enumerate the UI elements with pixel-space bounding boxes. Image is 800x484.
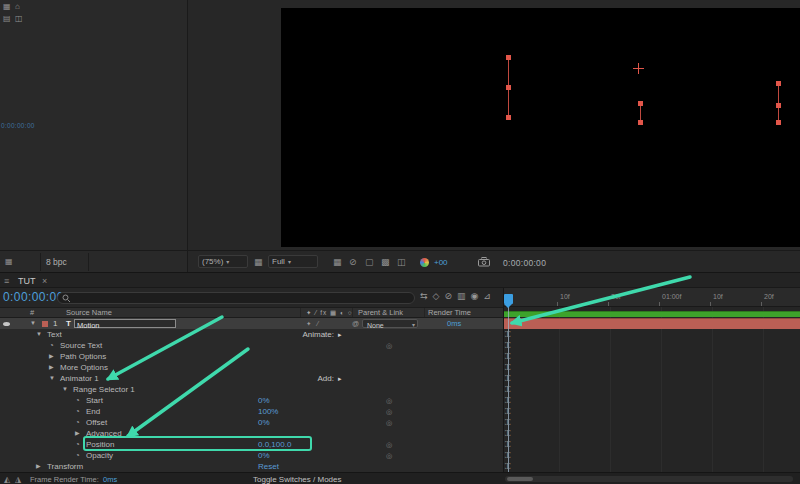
panel-list-icon[interactable]: ▤ [3, 14, 11, 24]
home-icon[interactable]: ⌂ [15, 2, 20, 12]
menu-label[interactable]: Add: [270, 373, 334, 384]
property-name[interactable]: Transform [47, 461, 83, 472]
panel-grid-icon[interactable]: ◫ [15, 14, 23, 24]
include-property-icon[interactable]: ◎ [386, 406, 392, 417]
include-property-icon[interactable]: ◎ [386, 417, 392, 428]
work-area-bar[interactable] [504, 311, 800, 317]
include-property-icon[interactable]: ◎ [386, 450, 392, 461]
region-of-interest-icon[interactable]: ▢ [365, 257, 374, 267]
footer-icon-2[interactable]: ◮ [15, 473, 21, 484]
panel-menu-icon[interactable]: ≡ [4, 276, 9, 286]
property-row-offset[interactable]: ◔Offset0%◎ [0, 417, 503, 428]
workspace-icon[interactable]: ▦ [3, 2, 11, 12]
camera-snapshot-icon[interactable] [478, 257, 490, 269]
resolution-dropdown[interactable]: Full ▾ [268, 255, 318, 268]
transparency-grid-icon[interactable]: ▩ [381, 257, 390, 267]
stopwatch-icon[interactable]: ◔ [75, 417, 80, 428]
frame-blending-icon[interactable]: ▥ [457, 290, 466, 303]
mini-flowchart-icon[interactable]: ⇆ [420, 290, 428, 303]
layer-label-color-chip[interactable] [42, 321, 48, 327]
layer-duration-bar[interactable] [504, 318, 800, 329]
scrollbar-thumb[interactable] [507, 477, 533, 481]
property-value[interactable]: Reset [258, 461, 279, 472]
draft-3d-icon[interactable]: ◇ [433, 290, 440, 303]
property-name[interactable]: Source Text [60, 340, 102, 351]
playhead-handle[interactable] [504, 294, 513, 304]
property-row-path-options[interactable]: ▶Path Options [0, 351, 503, 362]
property-row-animator-1[interactable]: ▼Animator 1Add:▸ [0, 373, 503, 384]
pixel-aspect-icon[interactable]: ◫ [397, 257, 406, 267]
column-index[interactable]: # [30, 308, 34, 317]
twirl-open-icon[interactable]: ▼ [49, 373, 55, 384]
include-property-icon[interactable]: ◎ [386, 439, 392, 450]
project-flowchart-icon[interactable]: ▦ [5, 257, 13, 267]
include-property-icon[interactable]: ◎ [386, 395, 392, 406]
pickwhip-icon[interactable]: @ [352, 318, 359, 329]
menu-arrow-icon[interactable]: ▸ [338, 329, 342, 340]
property-name[interactable]: Opacity [86, 450, 113, 461]
property-name[interactable]: Offset [86, 417, 107, 428]
magnification-dropdown[interactable]: (75%) ▾ [198, 255, 248, 268]
property-row-text[interactable]: ▼TextAnimate:▸ [0, 329, 503, 340]
property-row-opacity[interactable]: ◔Opacity0%◎ [0, 450, 503, 461]
bit-depth-label[interactable]: 8 bpc [46, 257, 67, 267]
twirl-open-icon[interactable]: ▼ [36, 329, 42, 340]
twirl-closed-icon[interactable]: ▶ [36, 461, 41, 472]
grid-guides-icon[interactable]: ▦ [254, 257, 263, 267]
property-row-start[interactable]: ◔Start0%◎ [0, 395, 503, 406]
stopwatch-icon[interactable]: ◔ [75, 406, 80, 417]
include-property-icon[interactable]: ◎ [386, 340, 392, 351]
time-ruler[interactable]: 10f20f01:00f10f20f [504, 288, 800, 307]
mask-visibility-icon[interactable]: ⊘ [349, 257, 357, 267]
property-value[interactable]: 0% [258, 450, 270, 461]
stopwatch-icon[interactable]: ◔ [49, 340, 54, 351]
menu-label[interactable]: Animate: [270, 329, 334, 340]
horizontal-scrollbar[interactable] [505, 476, 793, 482]
graph-editor-icon[interactable]: ⊿ [483, 290, 491, 303]
property-row-more-options[interactable]: ▶More Options [0, 362, 503, 373]
stopwatch-icon[interactable]: ◔ [75, 439, 80, 450]
property-name[interactable]: Range Selector 1 [73, 384, 135, 395]
comp-view[interactable] [281, 8, 800, 247]
property-name[interactable]: Text [47, 329, 62, 340]
channel-icon[interactable] [420, 258, 429, 267]
parent-dropdown[interactable]: None ▾ [362, 319, 418, 328]
column-parent-link[interactable]: Parent & Link [358, 308, 403, 317]
property-row-transform[interactable]: ▶TransformReset [0, 461, 503, 472]
property-value[interactable]: 0% [258, 395, 270, 406]
toggle-switches-modes-button[interactable]: Toggle Switches / Modes [253, 473, 342, 484]
eye-icon[interactable] [3, 322, 10, 326]
column-render-time[interactable]: Render Time [428, 308, 471, 317]
layer-name-field[interactable]: Motion [74, 319, 176, 328]
safe-zones-icon[interactable]: ▦ [333, 257, 342, 267]
column-source-name[interactable]: Source Name [66, 308, 112, 317]
property-row-end[interactable]: ◔End100%◎ [0, 406, 503, 417]
property-row-range-selector-1[interactable]: ▼Range Selector 1 [0, 384, 503, 395]
timeline-track-area[interactable]: 10f20f01:00f10f20f ꞮꞮꞮꞮꞮꞮꞮꞮꞮꞮꞮꞮꞮ [503, 288, 800, 472]
search-input[interactable] [57, 292, 415, 304]
stopwatch-icon[interactable]: ◔ [75, 395, 80, 406]
property-name[interactable]: Start [86, 395, 103, 406]
property-value[interactable]: 0% [258, 417, 270, 428]
exposure-value[interactable]: +00 [434, 258, 448, 267]
current-time-display[interactable]: 0:00:00:00 [3, 290, 64, 304]
tab-close-icon[interactable]: × [42, 276, 47, 286]
menu-arrow-icon[interactable]: ▸ [338, 373, 342, 384]
property-name[interactable]: More Options [60, 362, 108, 373]
property-row-source-text[interactable]: ◔Source Text◎ [0, 340, 503, 351]
hide-shy-layers-icon[interactable]: ⊘ [444, 290, 452, 303]
twirl-closed-icon[interactable]: ▶ [49, 362, 54, 373]
twirl-closed-icon[interactable]: ▶ [75, 428, 80, 439]
property-value[interactable]: 100% [258, 406, 278, 417]
property-name[interactable]: Path Options [60, 351, 106, 362]
property-name[interactable]: Animator 1 [60, 373, 99, 384]
property-name[interactable]: End [86, 406, 100, 417]
twirl-open-icon[interactable]: ▼ [30, 318, 36, 329]
stopwatch-icon[interactable]: ◔ [75, 450, 80, 461]
footer-icon-1[interactable]: ◭ [4, 473, 10, 484]
tab-tut[interactable]: TUT [18, 276, 36, 286]
layer-row-motion[interactable]: ▼ 1 T Motion ✦ ⁄ @ None ▾ 0ms [0, 318, 503, 329]
twirl-open-icon[interactable]: ▼ [62, 384, 68, 395]
twirl-closed-icon[interactable]: ▶ [49, 351, 54, 362]
layer-switches-icons[interactable]: ✦ ⁄ [306, 318, 320, 329]
